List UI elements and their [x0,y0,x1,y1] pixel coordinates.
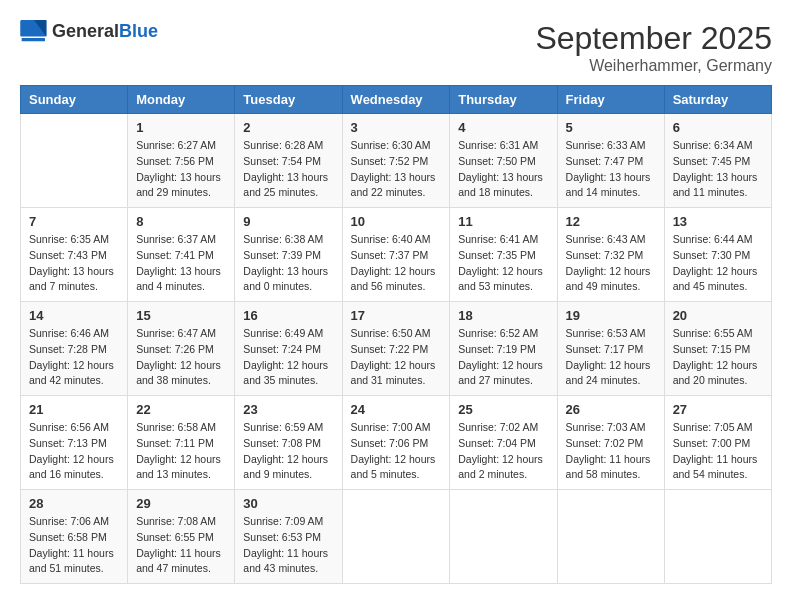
day-info: Sunrise: 6:43 AMSunset: 7:32 PMDaylight:… [566,232,656,295]
day-number: 20 [673,308,763,323]
calendar-cell: 9Sunrise: 6:38 AMSunset: 7:39 PMDaylight… [235,208,342,302]
day-number: 13 [673,214,763,229]
svg-rect-2 [22,38,45,41]
calendar-cell [664,490,771,584]
calendar-header: SundayMondayTuesdayWednesdayThursdayFrid… [21,86,772,114]
header-day-wednesday: Wednesday [342,86,450,114]
week-row-4: 28Sunrise: 7:06 AMSunset: 6:58 PMDayligh… [21,490,772,584]
day-number: 14 [29,308,119,323]
calendar-cell: 16Sunrise: 6:49 AMSunset: 7:24 PMDayligh… [235,302,342,396]
calendar-cell: 24Sunrise: 7:00 AMSunset: 7:06 PMDayligh… [342,396,450,490]
calendar-cell: 8Sunrise: 6:37 AMSunset: 7:41 PMDaylight… [128,208,235,302]
calendar-cell: 1Sunrise: 6:27 AMSunset: 7:56 PMDaylight… [128,114,235,208]
day-info: Sunrise: 6:37 AMSunset: 7:41 PMDaylight:… [136,232,226,295]
calendar-cell: 29Sunrise: 7:08 AMSunset: 6:55 PMDayligh… [128,490,235,584]
calendar-cell: 6Sunrise: 6:34 AMSunset: 7:45 PMDaylight… [664,114,771,208]
calendar-cell: 10Sunrise: 6:40 AMSunset: 7:37 PMDayligh… [342,208,450,302]
calendar-body: 1Sunrise: 6:27 AMSunset: 7:56 PMDaylight… [21,114,772,584]
calendar-cell [450,490,557,584]
calendar-cell: 30Sunrise: 7:09 AMSunset: 6:53 PMDayligh… [235,490,342,584]
week-row-0: 1Sunrise: 6:27 AMSunset: 7:56 PMDaylight… [21,114,772,208]
calendar-table: SundayMondayTuesdayWednesdayThursdayFrid… [20,85,772,584]
day-number: 3 [351,120,442,135]
day-number: 11 [458,214,548,229]
calendar-cell: 27Sunrise: 7:05 AMSunset: 7:00 PMDayligh… [664,396,771,490]
day-info: Sunrise: 6:46 AMSunset: 7:28 PMDaylight:… [29,326,119,389]
day-info: Sunrise: 7:09 AMSunset: 6:53 PMDaylight:… [243,514,333,577]
day-number: 21 [29,402,119,417]
day-number: 27 [673,402,763,417]
week-row-1: 7Sunrise: 6:35 AMSunset: 7:43 PMDaylight… [21,208,772,302]
day-info: Sunrise: 6:33 AMSunset: 7:47 PMDaylight:… [566,138,656,201]
logo-icon [20,20,48,42]
day-number: 1 [136,120,226,135]
day-number: 30 [243,496,333,511]
day-info: Sunrise: 6:27 AMSunset: 7:56 PMDaylight:… [136,138,226,201]
day-number: 16 [243,308,333,323]
calendar-cell: 23Sunrise: 6:59 AMSunset: 7:08 PMDayligh… [235,396,342,490]
day-info: Sunrise: 6:30 AMSunset: 7:52 PMDaylight:… [351,138,442,201]
calendar-cell: 26Sunrise: 7:03 AMSunset: 7:02 PMDayligh… [557,396,664,490]
calendar-cell: 19Sunrise: 6:53 AMSunset: 7:17 PMDayligh… [557,302,664,396]
header-day-friday: Friday [557,86,664,114]
calendar-cell: 2Sunrise: 6:28 AMSunset: 7:54 PMDaylight… [235,114,342,208]
day-info: Sunrise: 6:40 AMSunset: 7:37 PMDaylight:… [351,232,442,295]
calendar-cell: 28Sunrise: 7:06 AMSunset: 6:58 PMDayligh… [21,490,128,584]
day-number: 23 [243,402,333,417]
day-info: Sunrise: 7:06 AMSunset: 6:58 PMDaylight:… [29,514,119,577]
calendar-cell [557,490,664,584]
page-header: GeneralBlue September 2025 Weiherhammer,… [20,20,772,75]
day-number: 17 [351,308,442,323]
calendar-cell: 17Sunrise: 6:50 AMSunset: 7:22 PMDayligh… [342,302,450,396]
day-info: Sunrise: 6:28 AMSunset: 7:54 PMDaylight:… [243,138,333,201]
logo: GeneralBlue [20,20,158,42]
day-info: Sunrise: 6:44 AMSunset: 7:30 PMDaylight:… [673,232,763,295]
calendar-cell: 7Sunrise: 6:35 AMSunset: 7:43 PMDaylight… [21,208,128,302]
day-info: Sunrise: 6:35 AMSunset: 7:43 PMDaylight:… [29,232,119,295]
calendar-cell: 22Sunrise: 6:58 AMSunset: 7:11 PMDayligh… [128,396,235,490]
calendar-cell: 13Sunrise: 6:44 AMSunset: 7:30 PMDayligh… [664,208,771,302]
day-info: Sunrise: 7:08 AMSunset: 6:55 PMDaylight:… [136,514,226,577]
day-info: Sunrise: 6:59 AMSunset: 7:08 PMDaylight:… [243,420,333,483]
day-number: 10 [351,214,442,229]
calendar-cell: 4Sunrise: 6:31 AMSunset: 7:50 PMDaylight… [450,114,557,208]
day-info: Sunrise: 7:05 AMSunset: 7:00 PMDaylight:… [673,420,763,483]
day-number: 4 [458,120,548,135]
day-info: Sunrise: 6:55 AMSunset: 7:15 PMDaylight:… [673,326,763,389]
calendar-cell: 25Sunrise: 7:02 AMSunset: 7:04 PMDayligh… [450,396,557,490]
day-number: 25 [458,402,548,417]
day-number: 15 [136,308,226,323]
day-info: Sunrise: 6:58 AMSunset: 7:11 PMDaylight:… [136,420,226,483]
calendar-cell: 15Sunrise: 6:47 AMSunset: 7:26 PMDayligh… [128,302,235,396]
calendar-cell: 3Sunrise: 6:30 AMSunset: 7:52 PMDaylight… [342,114,450,208]
day-number: 29 [136,496,226,511]
location-subtitle: Weiherhammer, Germany [535,57,772,75]
day-info: Sunrise: 6:50 AMSunset: 7:22 PMDaylight:… [351,326,442,389]
week-row-2: 14Sunrise: 6:46 AMSunset: 7:28 PMDayligh… [21,302,772,396]
day-info: Sunrise: 7:03 AMSunset: 7:02 PMDaylight:… [566,420,656,483]
day-info: Sunrise: 6:56 AMSunset: 7:13 PMDaylight:… [29,420,119,483]
day-info: Sunrise: 6:53 AMSunset: 7:17 PMDaylight:… [566,326,656,389]
day-info: Sunrise: 7:00 AMSunset: 7:06 PMDaylight:… [351,420,442,483]
day-number: 24 [351,402,442,417]
day-number: 7 [29,214,119,229]
header-day-sunday: Sunday [21,86,128,114]
day-number: 22 [136,402,226,417]
day-number: 5 [566,120,656,135]
calendar-cell: 21Sunrise: 6:56 AMSunset: 7:13 PMDayligh… [21,396,128,490]
day-number: 12 [566,214,656,229]
day-info: Sunrise: 6:38 AMSunset: 7:39 PMDaylight:… [243,232,333,295]
day-number: 18 [458,308,548,323]
day-info: Sunrise: 6:49 AMSunset: 7:24 PMDaylight:… [243,326,333,389]
header-row: SundayMondayTuesdayWednesdayThursdayFrid… [21,86,772,114]
calendar-cell: 5Sunrise: 6:33 AMSunset: 7:47 PMDaylight… [557,114,664,208]
calendar-cell: 12Sunrise: 6:43 AMSunset: 7:32 PMDayligh… [557,208,664,302]
header-day-saturday: Saturday [664,86,771,114]
day-info: Sunrise: 6:41 AMSunset: 7:35 PMDaylight:… [458,232,548,295]
calendar-cell [21,114,128,208]
title-block: September 2025 Weiherhammer, Germany [535,20,772,75]
day-number: 2 [243,120,333,135]
day-number: 19 [566,308,656,323]
header-day-monday: Monday [128,86,235,114]
week-row-3: 21Sunrise: 6:56 AMSunset: 7:13 PMDayligh… [21,396,772,490]
